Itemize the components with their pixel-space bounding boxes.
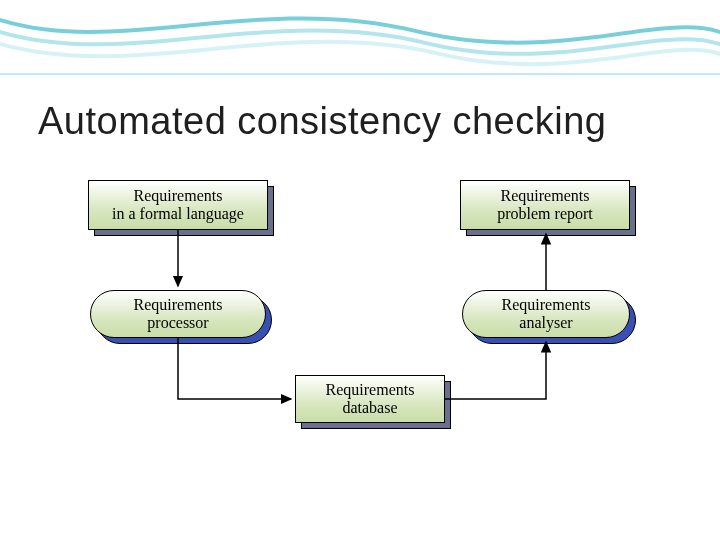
header-wave-decoration (0, 0, 720, 80)
node-label-line1: Requirements (134, 296, 223, 314)
node-label-line2: in a formal language (112, 205, 244, 223)
flow-diagram: Requirements in a formal language Requir… (0, 170, 720, 470)
node-requirements-formal: Requirements in a formal language (88, 180, 268, 230)
node-label-line2: processor (147, 314, 208, 332)
node-label-line1: Requirements (502, 296, 591, 314)
node-requirements-database: Requirements database (295, 375, 445, 423)
node-label-line1: Requirements (326, 381, 415, 399)
node-requirements-processor: Requirements processor (90, 290, 266, 338)
node-requirements-analyser: Requirements analyser (462, 290, 630, 338)
node-label-line1: Requirements (134, 187, 223, 205)
node-label-line2: problem report (497, 205, 593, 223)
node-label-line2: analyser (519, 314, 572, 332)
node-label-line2: database (342, 399, 397, 417)
node-requirements-report: Requirements problem report (460, 180, 630, 230)
node-label-line1: Requirements (501, 187, 590, 205)
slide-title: Automated consistency checking (38, 100, 606, 143)
